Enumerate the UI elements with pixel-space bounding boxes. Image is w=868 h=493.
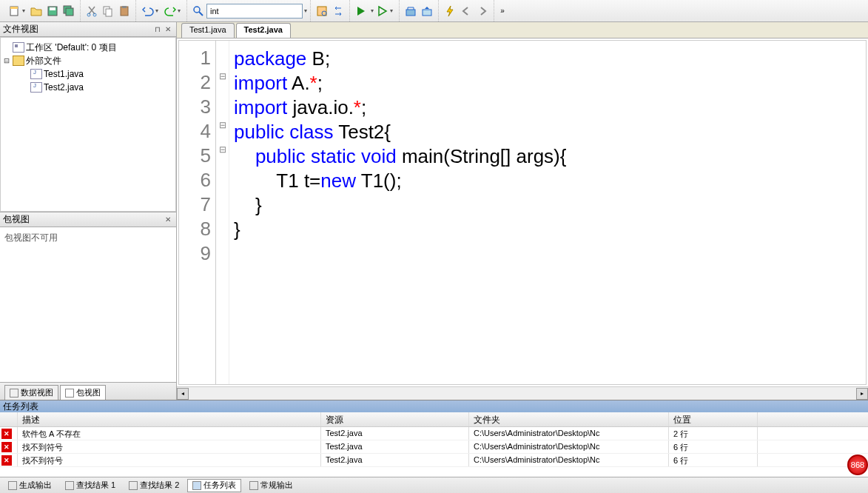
pin-icon[interactable]: ⊓: [152, 24, 163, 35]
find-button[interactable]: [191, 4, 206, 19]
external-files-node[interactable]: ⊟ 外部文件: [2, 54, 174, 67]
horizontal-scrollbar[interactable]: ◂ ▸: [177, 386, 868, 400]
nav-back-button[interactable]: [459, 4, 474, 19]
run-button[interactable]: [354, 4, 369, 19]
nav-forward-button[interactable]: [475, 4, 490, 19]
open-button[interactable]: [29, 4, 44, 19]
task-res: Test2.java: [321, 440, 469, 453]
col-position[interactable]: 位置: [669, 412, 758, 426]
build-button[interactable]: [403, 4, 418, 19]
left-sidebar: 文件视图 ⊓ ✕ 工作区 'Default': 0 项目 ⊟ 外部文件 Test…: [0, 22, 176, 400]
task-res: Test2.java: [321, 427, 469, 440]
build-output-icon: [8, 481, 17, 490]
code-content[interactable]: package B;import A.*;import java.io.*;pu…: [229, 41, 866, 384]
pkg-view-header: 包视图 ✕: [0, 212, 176, 227]
tab-task-list[interactable]: 任务列表: [187, 479, 241, 492]
code-editor[interactable]: 123456789 ⊟⊟⊟ package B;import A.*;impor…: [178, 40, 867, 385]
workspace-label: 工作区 'Default': 0 项目: [26, 41, 117, 54]
scroll-right-icon[interactable]: ▸: [856, 388, 868, 400]
tab-label: 任务列表: [203, 480, 236, 491]
debug-run-button[interactable]: ▾: [374, 4, 395, 19]
file-tree[interactable]: 工作区 'Default': 0 项目 ⊟ 外部文件 Test1.java Te…: [0, 37, 176, 212]
find-icon: [65, 481, 74, 490]
cut-button[interactable]: [84, 4, 99, 19]
main-toolbar: ▾ ▾ ▾ ▾ ▾ ▾ »: [0, 0, 868, 22]
lightning-button[interactable]: [443, 4, 457, 19]
tab-label: 数据视图: [21, 387, 53, 398]
fold-column[interactable]: ⊟⊟⊟: [216, 41, 229, 384]
tab-label: 查找结果 1: [76, 480, 115, 491]
toolbar-overflow-icon[interactable]: »: [495, 4, 510, 19]
task-row[interactable]: ✕找不到符号Test2.javaC:\Users\Administrator\D…: [0, 454, 868, 467]
svg-rect-3: [50, 7, 55, 10]
paste-button[interactable]: [117, 4, 132, 19]
external-files-label: 外部文件: [26, 55, 61, 67]
task-table-header: 描述 资源 文件夹 位置: [0, 412, 868, 427]
task-row[interactable]: ✕软件包 A 不存在Test2.javaC:\Users\Administrat…: [0, 427, 868, 440]
svg-rect-1: [10, 7, 18, 9]
new-file-button[interactable]: ▾: [7, 4, 27, 19]
bottom-tabs: 生成输出 查找结果 1 查找结果 2 任务列表 常规输出: [0, 477, 868, 493]
package-view-pane: 包视图 ✕ 包视图不可用: [0, 212, 176, 382]
svg-point-12: [194, 7, 200, 13]
replace-button[interactable]: [331, 4, 346, 19]
file-node-test1[interactable]: Test1.java: [2, 67, 174, 81]
run-dropdown-icon[interactable]: ▾: [371, 7, 374, 14]
pkg-view-title: 包视图: [3, 213, 30, 226]
redo-button[interactable]: ▾: [162, 4, 183, 19]
task-folder: C:\Users\Administrator\Desktop\Nc: [469, 440, 669, 453]
find-in-files-button[interactable]: [314, 4, 329, 19]
editor-tab-test2[interactable]: Test2.java: [236, 23, 291, 38]
tab-pkg-view[interactable]: 包视图: [60, 385, 106, 400]
workspace-node[interactable]: 工作区 'Default': 0 项目: [2, 41, 174, 54]
tab-label: 包视图: [76, 387, 101, 398]
notification-badge[interactable]: 868: [847, 455, 868, 475]
save-button[interactable]: [45, 4, 60, 19]
java-file-icon: [30, 82, 42, 93]
line-number-gutter: 123456789: [179, 41, 216, 384]
svg-rect-16: [423, 10, 431, 16]
tab-console-output[interactable]: 常规输出: [244, 479, 298, 492]
scroll-left-icon[interactable]: ◂: [177, 388, 189, 400]
search-dropdown-icon[interactable]: ▾: [304, 7, 307, 14]
task-pos: 6 行: [669, 440, 758, 453]
pkg-view-icon: [65, 389, 74, 398]
console-icon: [249, 481, 258, 490]
task-list-title: 任务列表: [0, 400, 868, 412]
task-list-panel: 任务列表 描述 资源 文件夹 位置 ✕软件包 A 不存在Test2.javaC:…: [0, 400, 868, 477]
close-icon[interactable]: ✕: [163, 215, 173, 225]
copy-button[interactable]: [101, 4, 115, 19]
col-folder[interactable]: 文件夹: [469, 412, 669, 426]
task-table: 描述 资源 文件夹 位置 ✕软件包 A 不存在Test2.javaC:\User…: [0, 412, 868, 477]
tab-find-results-1[interactable]: 查找结果 1: [60, 479, 121, 492]
save-all-button[interactable]: [61, 4, 76, 19]
close-icon[interactable]: ✕: [163, 24, 173, 35]
svg-rect-11: [122, 6, 127, 8]
task-desc: 软件包 A 不存在: [18, 427, 321, 440]
svg-rect-15: [406, 10, 415, 16]
error-icon: ✕: [1, 442, 12, 452]
file-node-test2[interactable]: Test2.java: [2, 81, 174, 94]
file-view-header: 文件视图 ⊓ ✕: [0, 22, 176, 37]
search-input[interactable]: [206, 4, 303, 19]
col-resource[interactable]: 资源: [321, 412, 469, 426]
task-row[interactable]: ✕找不到符号Test2.javaC:\Users\Administrator\D…: [0, 440, 868, 454]
tab-build-output[interactable]: 生成输出: [3, 479, 57, 492]
editor-area: Test1.java Test2.java 123456789 ⊟⊟⊟ pack…: [176, 22, 868, 400]
workspace-icon: [13, 42, 24, 53]
data-view-icon: [10, 389, 18, 398]
tab-data-view[interactable]: 数据视图: [4, 385, 58, 400]
col-description[interactable]: 描述: [18, 412, 321, 426]
task-list-icon: [192, 481, 201, 490]
pkg-unavailable-text: 包视图不可用: [0, 227, 176, 382]
editor-tab-test1[interactable]: Test1.java: [181, 23, 235, 38]
task-desc: 找不到符号: [18, 454, 321, 466]
undo-button[interactable]: ▾: [140, 4, 161, 19]
file-view-title: 文件视图: [3, 23, 38, 36]
rebuild-button[interactable]: [420, 4, 434, 19]
editor-tabs: Test1.java Test2.java: [177, 22, 868, 38]
file-label: Test2.java: [44, 82, 84, 93]
svg-rect-5: [66, 8, 73, 16]
folder-icon: [13, 56, 24, 66]
tab-find-results-2[interactable]: 查找结果 2: [124, 479, 184, 492]
